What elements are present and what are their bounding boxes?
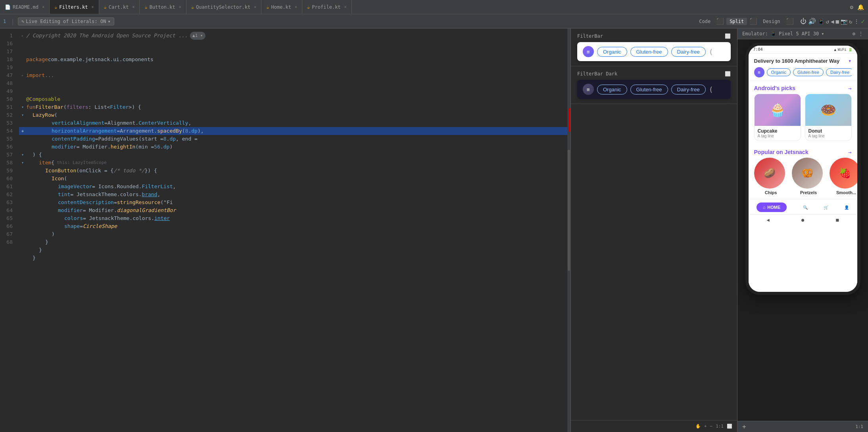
filters-icon: ☕ — [54, 4, 57, 10]
notifications-icon[interactable]: 🔔 — [857, 4, 864, 10]
code-line-52: ◆ horizontalArrangement = Arrangement. s… — [19, 127, 567, 135]
zoom-in-button[interactable]: + — [704, 424, 707, 429]
code-view-button[interactable]: Code — [696, 18, 714, 25]
preview-bottom-controls: ✋ + − 1:1 ⬜ — [571, 420, 737, 432]
androids-picks-arrow[interactable]: → — [848, 85, 851, 91]
tab-quantity[interactable]: ☕ QuantitySelector.kt × — [186, 0, 262, 14]
phone-filter-row: ≡ Organic Gluten-free Dairy-free — [754, 67, 852, 77]
error-indicator — [569, 108, 570, 132]
tab-close-cart[interactable]: × — [132, 5, 134, 9]
toolbar-icon-extra[interactable]: ⋮ — [858, 31, 863, 37]
camera-icon[interactable]: 📷 — [841, 18, 847, 25]
code-line-64: shape = CircleShape — [19, 222, 567, 230]
chip-dairy-light[interactable]: Dairy-free — [671, 47, 706, 57]
nav-search-item[interactable]: 🔍 — [803, 205, 808, 210]
settings-icon[interactable]: ⚙ — [850, 4, 853, 10]
editor-scrollbar[interactable] — [567, 29, 570, 432]
tab-close-profile[interactable]: × — [344, 5, 347, 9]
code-line-66: } — [19, 238, 567, 246]
settings-gear-icon[interactable]: ⚙ — [853, 31, 855, 37]
scrollbar-thumb[interactable] — [568, 150, 570, 271]
nav-home-button[interactable]: ⌂ HOME — [757, 202, 787, 212]
fit-icon[interactable]: ⬜ — [727, 424, 732, 429]
filterbar-light-label: FilterBar ⬜ — [577, 33, 731, 39]
tab-close-button[interactable]: × — [179, 5, 181, 9]
code-text[interactable]: ▸ / Copyright 2020 The Android Open Sour… — [16, 29, 567, 432]
refresh-icon[interactable]: ↻ — [849, 18, 852, 25]
add-button[interactable]: + — [742, 423, 746, 430]
expand-dark-icon[interactable]: ⬜ — [725, 71, 731, 77]
code-line-1: ▸ / Copyright 2020 The Android Open Sour… — [19, 32, 567, 40]
power-icon[interactable]: ⏻ — [800, 17, 807, 25]
nav-profile-item[interactable]: 👤 — [844, 205, 849, 210]
chip-gluten-dark[interactable]: Gluten-free — [630, 85, 668, 94]
tab-close-readme[interactable]: × — [42, 5, 44, 9]
tab-button[interactable]: ☕ Button.kt × — [140, 0, 186, 14]
device-dropdown-arrow[interactable]: ▾ — [821, 31, 824, 37]
tab-close-filters[interactable]: × — [92, 5, 94, 9]
popular-arrow[interactable]: → — [848, 149, 851, 155]
nav-recents-icon[interactable]: ■ — [836, 217, 839, 223]
expand-icon[interactable]: ⬜ — [725, 33, 731, 39]
phone-chip-gluten[interactable]: Gluten-free — [793, 68, 824, 76]
pop-card-chips[interactable]: 🥔 Chips — [754, 158, 788, 195]
delivery-dropdown-icon[interactable]: ▾ — [848, 58, 851, 64]
donut-name: Donut — [808, 128, 848, 134]
pretzels-image: 🥨 — [792, 158, 823, 189]
donut-info: Donut A tag line — [805, 126, 851, 141]
main-content: 1 16 17 18 19 47 48 49 50 51 52 53 54 55… — [0, 29, 868, 432]
nav-cart-item[interactable]: 🛒 — [824, 205, 828, 210]
filterbar-dark-section: FilterBar Dark ⬜ ≡ Organic Gluten-free D… — [571, 66, 737, 104]
pick-card-donut[interactable]: 🍩 Donut A tag line — [805, 94, 852, 141]
design-view-button[interactable]: Design — [760, 18, 783, 25]
popular-header: Popular on Jetsnack → — [749, 145, 857, 158]
tab-profile[interactable]: ☕ Profile.kt × — [302, 0, 352, 14]
code-line-59: imageVector = Icons.Rounded. FilterList … — [19, 183, 567, 191]
nav-back-icon[interactable]: ◀ — [767, 217, 770, 223]
filter-list-dark-icon[interactable]: ≡ — [583, 84, 594, 95]
cupcake-image: 🧁 — [755, 94, 801, 126]
gutter-1: ▸ — [19, 32, 26, 40]
tab-filters[interactable]: ☕ Filters.kt × — [50, 0, 99, 14]
phone-filter-icon[interactable]: ≡ — [754, 67, 764, 77]
back-icon[interactable]: ◀ — [831, 18, 834, 25]
phone-frame: 7:04 ▲ WiFi 🔋 Delivery to 1600 Amphithea… — [745, 42, 860, 295]
pop-card-smooth[interactable]: 🍓 Smooth... — [830, 158, 857, 195]
phone-time: 7:04 — [753, 47, 763, 52]
tab-close-quantity[interactable]: × — [254, 5, 256, 9]
phone-icon[interactable]: 📱 — [818, 18, 824, 25]
nav-home-circle[interactable]: ● — [801, 217, 804, 223]
code-line-63: colors = JetsnackTheme.colors. inter — [19, 214, 567, 222]
tab-home[interactable]: ☕ Home.kt × — [261, 0, 302, 14]
tab-bar-right: ⚙ 🔔 — [850, 4, 868, 10]
filterbar-dark-preview: ≡ Organic Gluten-free Dairy-free ( — [577, 80, 731, 99]
pick-card-cupcake[interactable]: 🧁 Cupcake A tag line — [754, 94, 801, 141]
hand-icon[interactable]: ✋ — [695, 424, 701, 429]
chip-organic-light[interactable]: Organic — [597, 47, 627, 57]
wifi-icon: WiFi — [838, 48, 847, 52]
smooth-image: 🍓 — [830, 158, 857, 189]
more-indicator-dark: ( — [709, 85, 713, 94]
live-edit-button[interactable]: ✎ Live Editing of Literals: ON ▾ — [18, 17, 114, 25]
rotate-icon[interactable]: ↺ — [826, 18, 829, 25]
zoom-out-button[interactable]: − — [710, 424, 713, 429]
code-line-65: ) — [19, 230, 567, 238]
filter-list-icon[interactable]: ≡ — [583, 46, 594, 57]
line-numbers: 1 16 17 18 19 47 48 49 50 51 52 53 54 55… — [0, 29, 16, 432]
tab-close-home[interactable]: × — [295, 5, 297, 9]
code-line-16 — [19, 48, 567, 56]
tab-cart[interactable]: ☕ Cart.kt × — [99, 0, 140, 14]
chip-dairy-dark[interactable]: Dairy-free — [671, 85, 706, 94]
volume-icon[interactable]: 🔊 — [808, 17, 816, 25]
phone-chip-dairy[interactable]: Dairy-free — [826, 68, 851, 76]
tab-readme[interactable]: 📄 README.md × — [0, 0, 50, 14]
search-nav-icon: 🔍 — [803, 205, 808, 210]
split-view-button[interactable]: Split — [726, 18, 747, 25]
home-icon: ☕ — [266, 4, 269, 10]
pop-card-pretzels[interactable]: 🥨 Pretzels — [792, 158, 826, 195]
stop-icon[interactable]: ■ — [835, 18, 839, 25]
chip-gluten-light[interactable]: Gluten-free — [630, 47, 668, 57]
chip-organic-dark[interactable]: Organic — [597, 85, 627, 94]
phone-chip-organic[interactable]: Organic — [767, 68, 791, 76]
menu-icon[interactable]: ⋮ — [854, 18, 859, 25]
